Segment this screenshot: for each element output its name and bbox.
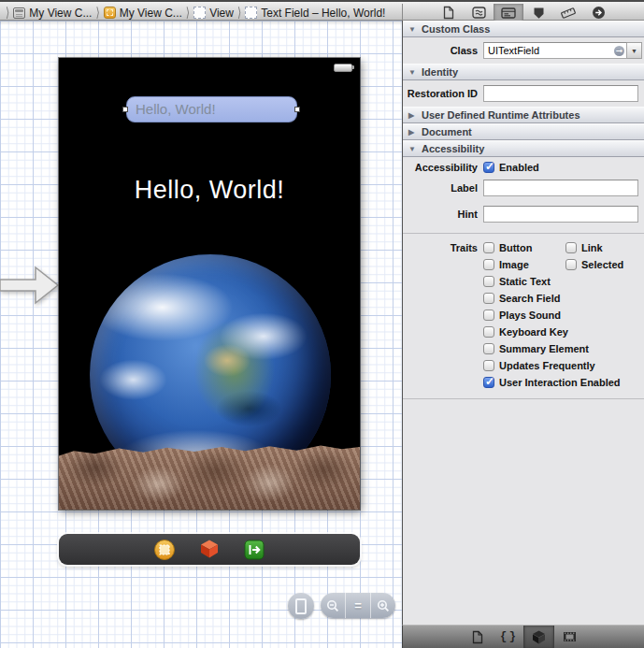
zoom-controls: = — [321, 593, 395, 618]
jump-arrow-icon[interactable]: ➞ — [614, 46, 624, 56]
zoom-out-button[interactable] — [321, 593, 345, 618]
section-title: Document — [422, 126, 472, 137]
trait-user-interaction-enabled: User Interaction Enabled — [483, 377, 621, 388]
trait-summary-element: Summary Element — [483, 343, 589, 354]
trait-image-checkbox[interactable] — [483, 259, 494, 270]
object-cube-icon — [531, 629, 547, 645]
dock-view-controller-icon[interactable] — [153, 539, 176, 561]
section-document[interactable]: ▶ Document — [403, 123, 644, 140]
scene-dock — [59, 534, 360, 565]
ruler-icon — [561, 7, 576, 20]
tab-file-inspector[interactable] — [434, 4, 464, 22]
accessibility-label-input[interactable] — [483, 180, 638, 196]
tab-connections-inspector[interactable] — [583, 4, 613, 22]
breadcrumb-item-view-controller[interactable]: My View C... — [13, 7, 92, 20]
orientation-toggle-button[interactable] — [288, 593, 314, 619]
zoom-in-icon — [377, 599, 390, 612]
section-accessibility[interactable]: ▼ Accessibility — [403, 140, 644, 157]
breadcrumb-label: View — [209, 7, 234, 20]
trait-search-field-checkbox[interactable] — [483, 293, 494, 304]
tab-size-inspector[interactable] — [553, 4, 583, 22]
inspector-tab-bar — [402, 4, 644, 22]
file-template-icon — [472, 630, 483, 644]
selection-handle-left[interactable] — [122, 107, 128, 112]
quick-help-icon — [472, 7, 486, 19]
trait-keyboard-key-checkbox[interactable] — [483, 326, 494, 338]
class-dropdown-button[interactable]: ▼ — [627, 42, 642, 59]
trait-updates-frequently-checkbox[interactable] — [483, 360, 494, 371]
breadcrumb-item-view[interactable]: View — [193, 7, 234, 20]
device-view[interactable]: Hello, World! Hello, World! — [59, 58, 360, 510]
zoom-fit-button[interactable]: = — [345, 593, 370, 618]
label-label: Label — [403, 182, 478, 194]
tab-quick-help-inspector[interactable] — [464, 4, 494, 22]
trait-button: Button — [483, 242, 565, 253]
breadcrumb-chevron-icon: ⟩ — [237, 5, 241, 21]
trait-user-interaction-checkbox[interactable] — [483, 377, 494, 388]
storyboard-canvas[interactable]: Hello, World! Hello, World! — [0, 21, 402, 648]
breadcrumb-chevron-icon: ⟩ — [95, 5, 99, 21]
tab-code-snippet-library[interactable]: { } — [493, 626, 523, 648]
restoration-id-input[interactable] — [483, 85, 638, 102]
zoom-out-icon — [326, 599, 339, 612]
moon-surface-image — [59, 442, 360, 510]
trait-keyboard-key: Keyboard Key — [483, 326, 568, 338]
section-udra[interactable]: ▶ User Defined Runtime Attributes — [403, 107, 644, 123]
tab-attributes-inspector[interactable] — [523, 4, 553, 22]
trait-selected: Selected — [565, 259, 623, 270]
section-custom-class[interactable]: ▼ Custom Class — [403, 21, 644, 37]
enabled-checkbox[interactable] — [483, 162, 494, 173]
disclosure-triangle-icon[interactable]: ▼ — [408, 68, 417, 77]
accessibility-enabled-row: Accessibility Enabled — [403, 157, 644, 175]
trait-selected-checkbox[interactable] — [565, 259, 577, 270]
zoom-in-button[interactable] — [370, 593, 395, 618]
traits-label: Traits — [403, 242, 478, 253]
disclosure-triangle-icon[interactable]: ▶ — [408, 128, 417, 137]
text-field-icon — [245, 7, 257, 19]
media-film-icon — [563, 631, 577, 642]
tab-media-library[interactable] — [554, 626, 585, 648]
trait-static-text-checkbox[interactable] — [483, 276, 494, 287]
breadcrumb-chevron-icon: ⟩ — [6, 5, 9, 21]
trait-image: Image — [483, 259, 565, 270]
restoration-id-label: Restoration ID — [403, 88, 478, 99]
view-controller-icon — [13, 7, 25, 19]
identity-card-icon — [501, 7, 516, 19]
zoom-fit-glyph: = — [354, 598, 362, 612]
breadcrumb-item-owner[interactable]: My View C... — [104, 7, 182, 20]
accessibility-hint-input[interactable] — [483, 206, 638, 223]
class-row: Class ➞ ▼ — [403, 37, 644, 64]
trait-summary-element-checkbox[interactable] — [483, 343, 494, 354]
disclosure-triangle-icon[interactable]: ▼ — [408, 25, 417, 34]
disclosure-triangle-icon[interactable]: ▶ — [408, 111, 417, 120]
trait-link: Link — [565, 242, 603, 253]
file-owner-icon — [104, 7, 116, 19]
tab-identity-inspector[interactable] — [494, 4, 523, 22]
dock-exit-icon[interactable] — [243, 539, 265, 561]
code-snippet-icon: { } — [500, 630, 516, 643]
breadcrumb-item-text-field[interactable]: Text Field – Hello, World! — [245, 7, 385, 20]
section-identity[interactable]: ▼ Identity — [403, 64, 644, 80]
disclosure-triangle-icon[interactable]: ▼ — [408, 145, 417, 153]
view-icon — [193, 7, 206, 19]
trait-link-checkbox[interactable] — [565, 242, 577, 253]
canvas-text-field[interactable]: Hello, World! — [126, 96, 297, 122]
class-input[interactable] — [483, 42, 627, 59]
tab-object-library[interactable] — [523, 626, 554, 648]
section-title: Custom Class — [422, 23, 490, 35]
selection-handle-right[interactable] — [294, 107, 300, 112]
battery-icon — [334, 64, 352, 72]
top-toolbar: ⟩ My View C... ⟩ My View C... ⟩ View ⟩ T… — [0, 0, 644, 21]
attributes-badge-icon — [532, 7, 546, 20]
tab-file-template-library[interactable] — [462, 626, 493, 648]
hint-label: Hint — [403, 209, 478, 220]
canvas-hello-label[interactable]: Hello, World! — [59, 176, 360, 205]
trait-plays-sound-checkbox[interactable] — [483, 310, 494, 321]
restoration-id-row: Restoration ID — [403, 80, 644, 107]
xcode-window: ⟩ My View C... ⟩ My View C... ⟩ View ⟩ T… — [0, 0, 644, 648]
initial-scene-arrow-icon[interactable] — [0, 265, 60, 306]
class-combo: ➞ ▼ — [483, 42, 642, 59]
accessibility-label: Accessibility — [403, 162, 478, 173]
dock-first-responder-icon[interactable] — [198, 539, 221, 561]
trait-button-checkbox[interactable] — [483, 242, 494, 253]
